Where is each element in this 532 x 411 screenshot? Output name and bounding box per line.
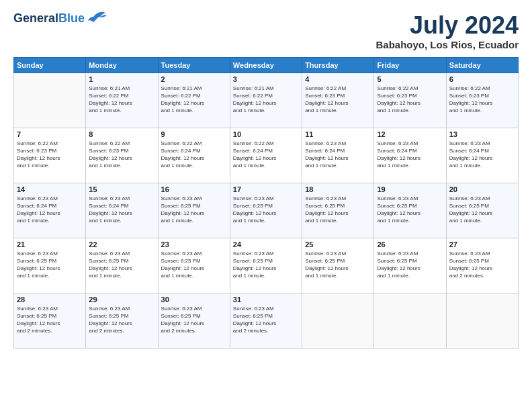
day-number: 8 bbox=[89, 130, 154, 138]
day-number: 2 bbox=[161, 75, 227, 83]
logo: GeneralBlue bbox=[13, 12, 107, 26]
calendar-cell: 14Sunrise: 6:23 AM Sunset: 6:24 PM Dayli… bbox=[14, 183, 86, 238]
calendar-cell: 17Sunrise: 6:23 AM Sunset: 6:25 PM Dayli… bbox=[230, 183, 302, 238]
day-info: Sunrise: 6:23 AM Sunset: 6:25 PM Dayligh… bbox=[233, 305, 299, 335]
day-info: Sunrise: 6:23 AM Sunset: 6:25 PM Dayligh… bbox=[233, 195, 299, 225]
day-info: Sunrise: 6:23 AM Sunset: 6:25 PM Dayligh… bbox=[377, 195, 443, 225]
day-info: Sunrise: 6:22 AM Sunset: 6:23 PM Dayligh… bbox=[449, 85, 515, 115]
day-info: Sunrise: 6:22 AM Sunset: 6:24 PM Dayligh… bbox=[233, 140, 299, 170]
day-info: Sunrise: 6:23 AM Sunset: 6:24 PM Dayligh… bbox=[449, 140, 515, 170]
calendar-cell: 8Sunrise: 6:22 AM Sunset: 6:23 PM Daylig… bbox=[86, 128, 158, 183]
header-wednesday: Wednesday bbox=[230, 57, 302, 73]
day-info: Sunrise: 6:21 AM Sunset: 6:22 PM Dayligh… bbox=[89, 85, 154, 115]
day-info: Sunrise: 6:21 AM Sunset: 6:22 PM Dayligh… bbox=[233, 85, 299, 115]
calendar-cell: 2Sunrise: 6:21 AM Sunset: 6:22 PM Daylig… bbox=[158, 73, 230, 128]
day-info: Sunrise: 6:23 AM Sunset: 6:24 PM Dayligh… bbox=[377, 140, 443, 170]
header: GeneralBlue July 2024 Babahoyo, Los Rios… bbox=[13, 12, 519, 50]
day-info: Sunrise: 6:23 AM Sunset: 6:25 PM Dayligh… bbox=[161, 250, 227, 280]
week-row-2: 7Sunrise: 6:22 AM Sunset: 6:23 PM Daylig… bbox=[14, 128, 519, 183]
page: GeneralBlue July 2024 Babahoyo, Los Rios… bbox=[0, 0, 532, 411]
day-number: 30 bbox=[161, 295, 227, 304]
day-number: 13 bbox=[449, 130, 515, 138]
calendar-cell bbox=[446, 293, 518, 348]
header-saturday: Saturday bbox=[446, 57, 518, 73]
calendar-cell: 15Sunrise: 6:23 AM Sunset: 6:24 PM Dayli… bbox=[86, 183, 158, 238]
day-info: Sunrise: 6:22 AM Sunset: 6:23 PM Dayligh… bbox=[305, 85, 371, 115]
day-info: Sunrise: 6:23 AM Sunset: 6:25 PM Dayligh… bbox=[161, 305, 227, 335]
day-number: 25 bbox=[305, 240, 371, 248]
day-number: 21 bbox=[17, 240, 83, 248]
calendar-cell: 19Sunrise: 6:23 AM Sunset: 6:25 PM Dayli… bbox=[374, 183, 446, 238]
calendar-cell: 25Sunrise: 6:23 AM Sunset: 6:25 PM Dayli… bbox=[302, 238, 374, 293]
calendar-cell: 26Sunrise: 6:23 AM Sunset: 6:25 PM Dayli… bbox=[374, 238, 446, 293]
day-number: 28 bbox=[17, 295, 83, 304]
day-number: 17 bbox=[233, 185, 299, 193]
day-info: Sunrise: 6:23 AM Sunset: 6:25 PM Dayligh… bbox=[305, 195, 371, 225]
header-tuesday: Tuesday bbox=[158, 57, 230, 73]
day-number: 4 bbox=[305, 75, 371, 83]
header-row: Sunday Monday Tuesday Wednesday Thursday… bbox=[14, 57, 519, 73]
day-number: 27 bbox=[449, 240, 515, 248]
day-number: 10 bbox=[233, 130, 299, 138]
day-info: Sunrise: 6:22 AM Sunset: 6:23 PM Dayligh… bbox=[89, 140, 154, 170]
day-number: 5 bbox=[377, 75, 443, 83]
logo-text-general: GeneralBlue bbox=[13, 12, 85, 26]
calendar-cell: 6Sunrise: 6:22 AM Sunset: 6:23 PM Daylig… bbox=[446, 73, 518, 128]
location: Babahoyo, Los Rios, Ecuador bbox=[375, 39, 519, 50]
day-number: 6 bbox=[449, 75, 515, 83]
calendar-cell: 21Sunrise: 6:23 AM Sunset: 6:25 PM Dayli… bbox=[14, 238, 86, 293]
day-number: 26 bbox=[377, 240, 443, 248]
week-row-5: 28Sunrise: 6:23 AM Sunset: 6:25 PM Dayli… bbox=[14, 293, 519, 348]
calendar-cell bbox=[374, 293, 446, 348]
day-info: Sunrise: 6:23 AM Sunset: 6:25 PM Dayligh… bbox=[233, 250, 299, 280]
day-info: Sunrise: 6:23 AM Sunset: 6:25 PM Dayligh… bbox=[305, 250, 371, 280]
calendar-cell: 29Sunrise: 6:23 AM Sunset: 6:25 PM Dayli… bbox=[86, 293, 158, 348]
day-number: 7 bbox=[17, 130, 83, 138]
calendar-cell: 5Sunrise: 6:22 AM Sunset: 6:23 PM Daylig… bbox=[374, 73, 446, 128]
day-number: 23 bbox=[161, 240, 227, 248]
calendar-cell: 27Sunrise: 6:23 AM Sunset: 6:25 PM Dayli… bbox=[446, 238, 518, 293]
calendar-cell: 16Sunrise: 6:23 AM Sunset: 6:25 PM Dayli… bbox=[158, 183, 230, 238]
day-number: 3 bbox=[233, 75, 299, 83]
day-info: Sunrise: 6:23 AM Sunset: 6:25 PM Dayligh… bbox=[17, 250, 83, 280]
day-number: 18 bbox=[305, 185, 371, 193]
header-monday: Monday bbox=[86, 57, 158, 73]
day-number: 12 bbox=[377, 130, 443, 138]
day-info: Sunrise: 6:23 AM Sunset: 6:25 PM Dayligh… bbox=[89, 250, 154, 280]
day-info: Sunrise: 6:21 AM Sunset: 6:22 PM Dayligh… bbox=[161, 85, 227, 115]
day-info: Sunrise: 6:23 AM Sunset: 6:25 PM Dayligh… bbox=[17, 305, 83, 335]
month-year: July 2024 bbox=[375, 12, 519, 39]
day-info: Sunrise: 6:23 AM Sunset: 6:24 PM Dayligh… bbox=[17, 195, 83, 225]
day-info: Sunrise: 6:22 AM Sunset: 6:23 PM Dayligh… bbox=[17, 140, 83, 170]
calendar-cell bbox=[302, 293, 374, 348]
day-info: Sunrise: 6:23 AM Sunset: 6:25 PM Dayligh… bbox=[89, 305, 154, 335]
calendar-cell: 10Sunrise: 6:22 AM Sunset: 6:24 PM Dayli… bbox=[230, 128, 302, 183]
calendar-cell: 3Sunrise: 6:21 AM Sunset: 6:22 PM Daylig… bbox=[230, 73, 302, 128]
week-row-4: 21Sunrise: 6:23 AM Sunset: 6:25 PM Dayli… bbox=[14, 238, 519, 293]
calendar-cell: 23Sunrise: 6:23 AM Sunset: 6:25 PM Dayli… bbox=[158, 238, 230, 293]
header-thursday: Thursday bbox=[302, 57, 374, 73]
title-block: July 2024 Babahoyo, Los Rios, Ecuador bbox=[375, 12, 519, 50]
calendar-cell: 11Sunrise: 6:23 AM Sunset: 6:24 PM Dayli… bbox=[302, 128, 374, 183]
day-number: 22 bbox=[89, 240, 154, 248]
day-info: Sunrise: 6:23 AM Sunset: 6:24 PM Dayligh… bbox=[89, 195, 154, 225]
day-number: 24 bbox=[233, 240, 299, 248]
day-number: 1 bbox=[89, 75, 154, 83]
calendar-cell: 7Sunrise: 6:22 AM Sunset: 6:23 PM Daylig… bbox=[14, 128, 86, 183]
day-number: 9 bbox=[161, 130, 227, 138]
day-number: 11 bbox=[305, 130, 371, 138]
header-sunday: Sunday bbox=[14, 57, 86, 73]
day-info: Sunrise: 6:23 AM Sunset: 6:25 PM Dayligh… bbox=[377, 250, 443, 280]
day-number: 15 bbox=[89, 185, 154, 193]
day-number: 20 bbox=[449, 185, 515, 193]
day-info: Sunrise: 6:23 AM Sunset: 6:25 PM Dayligh… bbox=[449, 250, 515, 280]
calendar-cell: 24Sunrise: 6:23 AM Sunset: 6:25 PM Dayli… bbox=[230, 238, 302, 293]
day-info: Sunrise: 6:23 AM Sunset: 6:25 PM Dayligh… bbox=[449, 195, 515, 225]
day-number: 31 bbox=[233, 295, 299, 304]
logo-bird-icon bbox=[87, 10, 107, 25]
day-number: 16 bbox=[161, 185, 227, 193]
calendar-cell: 13Sunrise: 6:23 AM Sunset: 6:24 PM Dayli… bbox=[446, 128, 518, 183]
calendar-table: Sunday Monday Tuesday Wednesday Thursday… bbox=[13, 57, 519, 349]
calendar-cell: 18Sunrise: 6:23 AM Sunset: 6:25 PM Dayli… bbox=[302, 183, 374, 238]
calendar-cell bbox=[14, 73, 86, 128]
